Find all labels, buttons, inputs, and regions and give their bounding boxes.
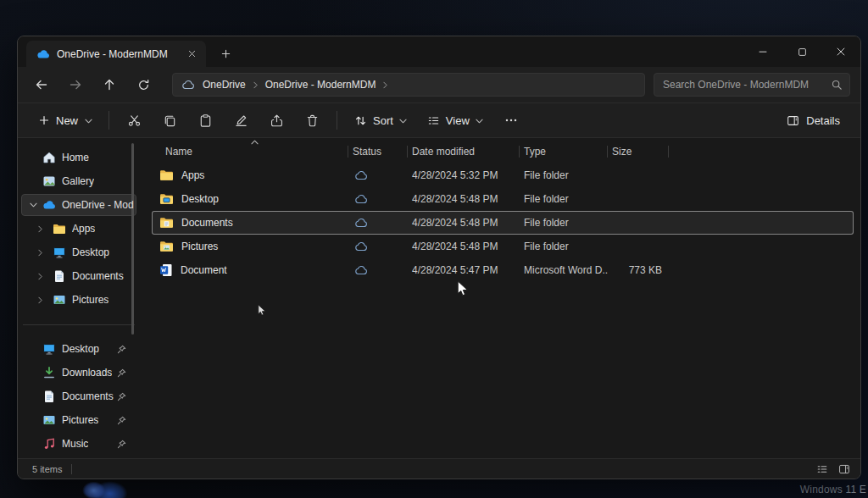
details-view-icon[interactable] [837,462,852,476]
tab-close-button[interactable] [184,47,199,62]
close-button[interactable] [821,36,860,67]
sidebar-item-desktop[interactable]: Desktop [18,241,145,264]
document-icon [42,390,56,403]
search-box[interactable] [654,73,850,97]
column-header-size[interactable]: Size [608,141,669,162]
search-input[interactable] [663,79,831,91]
cloud-status-icon [348,171,408,180]
table-row-selected[interactable]: Documents 4/28/2024 5:48 PM File folder [152,211,854,235]
rename-button[interactable] [224,107,258,134]
onedrive-cloud-icon [36,50,50,58]
copy-button[interactable] [153,107,186,134]
new-button[interactable]: New [30,107,102,134]
new-tab-button[interactable] [214,42,236,64]
home-icon [42,151,56,164]
file-list: Name Status Date modified Type Size Apps… [145,138,860,458]
table-row[interactable]: Desktop 4/28/2024 5:48 PM File folder [152,187,854,211]
toolbar-separator [337,111,337,130]
sidebar-item-label: Pictures [62,414,98,426]
delete-button[interactable] [295,107,329,134]
sidebar-scrollbar[interactable] [131,143,134,335]
sidebar-pinned-desktop[interactable]: Desktop [18,337,145,361]
sidebar-item-label: OneDrive - Mod [62,199,134,211]
pictures-folder-icon [159,241,174,252]
new-button-label: New [56,114,78,127]
document-icon [53,269,66,283]
view-button[interactable]: View [419,107,492,134]
more-options-button[interactable] [494,107,528,134]
sidebar-item-onedrive[interactable]: OneDrive - Mod [18,193,145,217]
sidebar-pinned-pictures[interactable]: Pictures [18,408,145,432]
sidebar-item-gallery[interactable]: Gallery [18,169,145,193]
status-bar: 5 items [18,458,860,479]
column-header-status[interactable]: Status [348,141,408,162]
desktop: Windows 11 E OneDrive - ModernMDM [0,0,868,498]
file-explorer-window: OneDrive - ModernMDM OneDrive OneDrive -… [17,36,861,479]
sidebar: Home Gallery OneDrive - Mod [18,138,145,458]
window-body: Home Gallery OneDrive - Mod [18,138,860,458]
documents-folder-icon [159,217,174,229]
chevron-right-icon[interactable] [38,249,42,257]
chevron-right-icon[interactable] [38,273,42,280]
column-header-type[interactable]: Type [520,141,608,162]
statusbar-divider [71,464,72,474]
view-button-label: View [446,114,470,127]
word-document-icon [159,263,173,277]
explorer-tab[interactable]: OneDrive - ModernMDM [26,41,206,67]
toolbar-separator [108,111,109,130]
table-row[interactable]: Pictures 4/28/2024 5:48 PM File folder [152,235,854,258]
view-toggles [815,462,852,476]
view-icon [427,114,440,127]
refresh-button[interactable] [130,71,157,98]
chevron-down-icon[interactable] [30,202,37,208]
breadcrumb[interactable]: OneDrive OneDrive - ModernMDM [172,73,645,97]
table-row[interactable]: Apps 4/28/2024 5:32 PM File folder [152,163,854,187]
sidebar-item-label: Downloads [62,367,112,379]
cut-button[interactable] [117,107,151,134]
maximize-button[interactable] [782,36,821,67]
sidebar-item-label: Desktop [62,343,99,355]
sort-button[interactable]: Sort [346,107,415,134]
cloud-status-icon [348,266,408,275]
paste-button[interactable] [188,107,222,134]
sidebar-item-home[interactable]: Home [18,146,145,169]
pin-icon [117,392,126,401]
details-panel-icon [787,114,799,127]
sidebar-item-label: Apps [72,223,95,235]
cloud-status-icon [348,219,408,228]
forward-button[interactable] [62,71,89,98]
sidebar-item-apps[interactable]: Apps [18,217,145,241]
details-button[interactable]: Details [778,107,849,134]
caption-controls [743,36,860,67]
back-button[interactable] [28,71,55,98]
sidebar-item-documents[interactable]: Documents [18,264,145,288]
cloud-icon [181,80,195,90]
share-button[interactable] [259,107,293,134]
cloud-status-icon [348,242,408,252]
pin-icon [117,440,126,449]
sidebar-pinned-music[interactable]: Music [18,432,145,456]
sidebar-item-label: Home [62,152,89,163]
downloads-icon [42,366,56,379]
sidebar-pinned-downloads[interactable]: Downloads [18,361,145,385]
column-header-date-modified[interactable]: Date modified [408,141,520,162]
chevron-right-icon [253,81,258,89]
sidebar-item-pictures[interactable]: Pictures [18,288,145,312]
breadcrumb-current[interactable]: OneDrive - ModernMDM [265,79,376,91]
sidebar-pinned-documents[interactable]: Documents [18,385,145,408]
minimize-button[interactable] [743,36,782,67]
music-icon [42,437,56,451]
pin-icon [117,368,126,378]
table-row[interactable]: Document 4/28/2024 5:47 PM Microsoft Wor… [152,258,854,282]
up-button[interactable] [96,71,123,98]
chevron-right-icon[interactable] [38,296,42,304]
chevron-right-icon[interactable] [38,225,42,233]
breadcrumb-root[interactable]: OneDrive [203,79,246,91]
tab-bar: OneDrive - ModernMDM [18,36,860,67]
search-icon [831,79,843,91]
plus-icon [39,115,49,125]
chevron-down-icon [476,119,483,124]
list-view-icon[interactable] [815,462,830,476]
pin-icon [117,416,126,425]
column-header-name[interactable]: Name [152,141,348,162]
